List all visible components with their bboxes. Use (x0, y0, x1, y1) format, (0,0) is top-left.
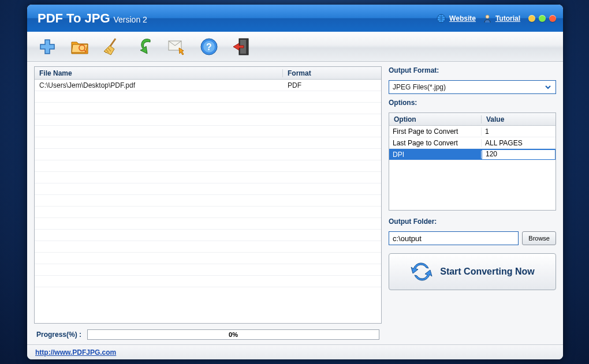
output-format-label: Output Format: (389, 66, 556, 74)
window-controls (528, 15, 556, 22)
table-row[interactable]: . (35, 114, 381, 126)
table-row[interactable]: . (35, 172, 381, 183)
website-link[interactable]: Website (449, 14, 476, 22)
output-folder-row: Browse (389, 231, 556, 245)
arrow-down-icon (134, 36, 155, 57)
table-row[interactable]: . (35, 230, 381, 241)
output-folder-input[interactable] (389, 231, 519, 245)
option-value[interactable]: 1 (482, 127, 556, 136)
toolbar: ? (27, 32, 563, 62)
envelope-arrow-icon (166, 36, 187, 57)
header-option[interactable]: Option (389, 115, 482, 123)
table-row[interactable]: . (35, 195, 381, 207)
close-button[interactable] (549, 15, 556, 22)
app-version: Version 2 (114, 13, 147, 24)
options-body: First Page to Convert1Last Page to Conve… (389, 126, 556, 210)
person-icon (483, 14, 492, 23)
refresh-arrows-icon (410, 260, 433, 283)
footer-url-link[interactable]: http://www.PDFJPG.com (35, 348, 116, 357)
tutorial-link[interactable]: Tutorial (495, 14, 520, 22)
table-row[interactable]: . (35, 241, 381, 253)
header-format[interactable]: Format (283, 69, 381, 77)
svg-point-1 (486, 15, 489, 18)
header-file-name[interactable]: File Name (35, 69, 283, 77)
progress-row: Progress(%) : 0% (34, 324, 382, 342)
convert-button[interactable] (129, 34, 160, 59)
option-name: DPI (389, 151, 482, 159)
browse-button[interactable]: Browse (522, 231, 556, 245)
clear-list-button[interactable] (96, 34, 128, 59)
app-title: PDF To JPG (38, 11, 110, 26)
broom-icon (102, 36, 122, 57)
table-row[interactable]: C:\Users\Jem\Desktop\PDF.pdfPDF (35, 80, 381, 91)
titlebar: PDF To JPG Version 2 Website Tutorial (27, 5, 563, 32)
file-list-grid[interactable]: File Name Format C:\Users\Jem\Desktop\PD… (34, 66, 382, 324)
start-convert-button[interactable]: Start Converting Now (389, 253, 556, 290)
convert-label: Start Converting Now (440, 267, 535, 277)
content-area: File Name Format C:\Users\Jem\Desktop\PD… (27, 62, 563, 344)
chevron-down-icon (544, 83, 552, 91)
output-folder-label: Output Folder: (389, 217, 556, 226)
table-row[interactable]: . (35, 253, 381, 264)
option-name: Last Page to Convert (389, 139, 482, 147)
progress-bar: 0% (87, 329, 379, 340)
globe-icon (437, 14, 446, 23)
progress-percent: 0% (88, 330, 379, 339)
option-row[interactable]: Last Page to ConvertALL PAGES (389, 137, 556, 149)
right-panel: Output Format: JPEG Files(*.jpg) Options… (389, 66, 556, 342)
app-window: PDF To JPG Version 2 Website Tutorial (27, 5, 563, 359)
table-row[interactable]: . (35, 160, 381, 172)
file-grid-header: File Name Format (35, 67, 381, 80)
table-row[interactable]: . (35, 149, 381, 160)
output-format-dropdown[interactable]: JPEG Files(*.jpg) (389, 80, 556, 94)
options-grid[interactable]: Option Value First Page to Convert1Last … (389, 112, 556, 211)
header-value[interactable]: Value (482, 115, 556, 123)
exit-door-icon (231, 36, 252, 57)
table-row[interactable]: . (35, 264, 381, 276)
left-panel: File Name Format C:\Users\Jem\Desktop\PD… (34, 66, 382, 342)
file-grid-body: C:\Users\Jem\Desktop\PDF.pdfPDF.........… (35, 80, 381, 323)
progress-label: Progress(%) : (36, 331, 81, 339)
exit-button[interactable] (226, 34, 257, 59)
maximize-button[interactable] (539, 15, 546, 22)
footer: http://www.PDFJPG.com (27, 344, 563, 359)
plus-icon (37, 36, 58, 57)
table-row[interactable]: . (35, 126, 381, 137)
option-row[interactable]: First Page to Convert1 (389, 126, 556, 137)
table-row[interactable]: . (35, 137, 381, 149)
options-header: Option Value (389, 113, 556, 126)
help-button[interactable]: ? (193, 34, 225, 59)
svg-text:?: ? (206, 42, 212, 52)
open-folder-button[interactable] (64, 34, 95, 59)
table-row[interactable]: . (35, 103, 381, 114)
output-format-selected: JPEG Files(*.jpg) (393, 83, 446, 91)
cell-format: PDF (283, 81, 381, 89)
table-row[interactable]: . (35, 183, 381, 195)
add-file-button[interactable] (32, 34, 63, 59)
table-row[interactable]: . (35, 91, 381, 103)
option-value[interactable]: ALL PAGES (482, 139, 556, 147)
minimize-button[interactable] (528, 15, 535, 22)
folder-search-icon (69, 36, 90, 57)
question-circle-icon: ? (199, 36, 219, 57)
table-row[interactable]: . (35, 276, 381, 287)
option-row[interactable]: DPI120 (389, 149, 556, 160)
table-row[interactable]: . (35, 207, 381, 218)
email-button[interactable] (161, 34, 192, 59)
option-value[interactable]: 120 (482, 149, 556, 160)
options-label: Options: (389, 99, 556, 107)
cell-file-name: C:\Users\Jem\Desktop\PDF.pdf (35, 81, 283, 89)
table-row[interactable]: . (35, 218, 381, 230)
option-name: First Page to Convert (389, 127, 482, 136)
